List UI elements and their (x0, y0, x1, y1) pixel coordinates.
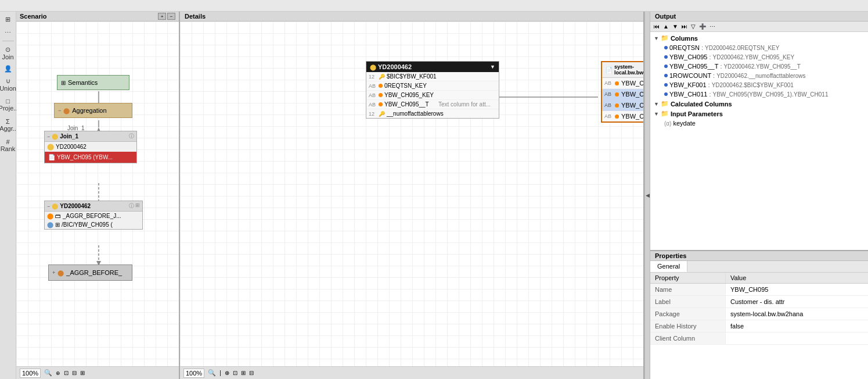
aggr-before-label: _AGGR_BEFORE_ (66, 269, 122, 276)
yd2-node-header: − ⬤ YD2000462 ⓘ ⊞ (45, 201, 142, 212)
fit-icon[interactable]: ⊡ (64, 370, 69, 376)
rank-sidebar-icon[interactable]: # Rank (2, 135, 15, 155)
scenario-expand-btn[interactable]: + (158, 13, 166, 20)
properties-content: Property Value Name YBW_CH095 Label Cust… (650, 273, 868, 379)
input-params-header[interactable]: ▼ 📁 Input Parameters (651, 109, 867, 119)
details-table-icon[interactable]: ⊟ (249, 370, 254, 376)
details-grid-icon[interactable]: ⊞ (241, 370, 246, 376)
right-row-1[interactable]: AB YBW_CH095 Customer - display a... (602, 89, 643, 100)
output-toolbar: ⏮ ▲ ▼ ⏭ ▽ ➕ ⋯ (650, 22, 868, 32)
next-icon[interactable]: ▼ (671, 23, 679, 30)
detail-row-3[interactable]: AB YBW_CH095__T Text column for att... (366, 100, 499, 109)
right-row1-ab: AB (604, 91, 613, 97)
person-sidebar-icon[interactable]: 👤 (2, 63, 15, 74)
dots-icon[interactable]: ⋯ (2, 26, 15, 39)
columns-folder-icon: 📁 (661, 34, 669, 42)
detail-row-0[interactable]: 12 🔑 $BIC$YBW_KF001 (366, 72, 499, 81)
right-row0-name: YBW_CH011 (621, 80, 643, 87)
aggr-before-plus: + (52, 270, 55, 276)
detail-node-right[interactable]: 📄 system-local.bw.bw2hana::YBW_CH095[YBW… (601, 61, 643, 123)
details-zoom-level: 100% (183, 369, 204, 378)
yd2-item2[interactable]: ⬤ ⊞ /BIC/YBW_CH095 ( (45, 220, 142, 229)
detail-left-dropdown[interactable]: ▼ (490, 64, 495, 70)
col2-name: YBW_CH095__T (669, 63, 718, 70)
add-output-icon[interactable]: ➕ (698, 23, 707, 30)
right-row-3[interactable]: AB YBW_CH095__TXTSH Short text for attri… (602, 111, 643, 121)
scenario-header: Scenario + − (16, 12, 179, 22)
join1-node-header: − ⬤ Join_1 ⓘ (45, 131, 136, 142)
col-item-4[interactable]: YBW_KF001 : YD2000462.$BIC$YBW_KF001 (651, 80, 867, 90)
columns-header[interactable]: ▼ 📁 Columns (651, 33, 867, 43)
last-icon[interactable]: ⏭ (680, 23, 689, 30)
aggr-before-node[interactable]: + ⬤ _AGGR_BEFORE_ (48, 264, 132, 281)
columns-group: ▼ 📁 Columns 0REQTSN : YD2000462.0REQTSN_… (651, 33, 867, 99)
detail-row-1[interactable]: AB 0REQTSN_KEY (366, 81, 499, 91)
col0-colon: : (701, 44, 703, 51)
grid-icon[interactable]: ⊞ (2, 13, 15, 26)
col3-field-icon (664, 74, 668, 77)
aggr-node-icon: ⬤ (63, 108, 70, 114)
col2-field-icon (664, 65, 668, 68)
rank-label: Rank (1, 145, 16, 152)
output-properties-panel: Output ⏮ ▲ ▼ ⏭ ▽ ➕ ⋯ ▼ (650, 12, 868, 379)
details-zoom-reset[interactable]: | (219, 370, 221, 376)
semantics-icon: ⊞ (61, 80, 66, 86)
grid-view-icon[interactable]: ⊞ (80, 370, 85, 376)
row1-num: AB (369, 83, 377, 89)
detail-row-4[interactable]: 12 🔑 __numoffacttablerows (366, 109, 499, 118)
detail-row-2[interactable]: AB YBW_CH095_KEY (366, 91, 499, 100)
proj-sidebar-icon[interactable]: □ Proje.. (2, 95, 15, 115)
details-header: Details (180, 12, 643, 22)
aggr-icon-symbol: Σ (6, 118, 10, 125)
details-fit-icon[interactable]: ⊕ (225, 370, 229, 376)
yd2-item1[interactable]: ⬤ 🗃 _AGGR_BEFORE_J... (45, 212, 142, 220)
union-sidebar-icon[interactable]: ∪ Union (2, 74, 15, 94)
scenario-bottom-bar: 100% 🔍 ⊕ ⊡ ⊟ ⊞ (16, 366, 179, 379)
col-item-2[interactable]: YBW_CH095__T : YD2000462.YBW_CH095__T (651, 62, 867, 71)
filter-icon[interactable]: ▽ (690, 23, 697, 30)
col0-field-icon (664, 46, 668, 49)
join1-item-ybw[interactable]: 📄 YBW_CH095 (YBW... (45, 152, 136, 163)
yd2-icon: ⬤ (47, 143, 54, 151)
col-item-3[interactable]: 1ROWCOUNT : YD2000462.__numoffacttablero… (651, 71, 867, 80)
col4-name: YBW_KF001 (669, 81, 707, 88)
calc-folder-icon: 📁 (661, 100, 669, 108)
prop-col-header: Property (650, 273, 726, 283)
first-icon[interactable]: ⏮ (653, 23, 661, 30)
calc-columns-header[interactable]: ▼ 📁 Calculated Columns (651, 99, 867, 109)
aggr-sidebar-icon[interactable]: Σ Aggr.. (2, 115, 15, 135)
properties-panel: Properties General Property (650, 251, 868, 379)
col-item-0[interactable]: 0REQTSN : YD2000462.0REQTSN_KEY (651, 43, 867, 52)
prop-row-2: Package system-local.bw.bw2hana (650, 308, 868, 320)
yd2000462-node[interactable]: − ⬤ YD2000462 ⓘ ⊞ ⬤ 🗃 _AGGR_BEFORE_J... (44, 201, 143, 230)
proj-icon-symbol: □ (6, 98, 10, 105)
right-row1-dot (615, 92, 619, 96)
scenario-collapse-btn[interactable]: − (167, 13, 175, 20)
details-expand-icon[interactable]: ⊡ (233, 370, 237, 376)
join1-node[interactable]: − ⬤ Join_1 ⓘ ⬤ YD2000462 📄 YBW_C (44, 131, 137, 163)
yd2-grid-icon: ⊞ (135, 202, 140, 210)
input-param-0[interactable]: (α) keydate (651, 119, 867, 128)
yd2-item2-icon2: ⊞ (55, 221, 60, 228)
col-item-1[interactable]: YBW_CH095 : YD2000462.YBW_CH095_KEY (651, 52, 867, 62)
panel-collapse-bar[interactable]: ◀ (644, 12, 650, 379)
col1-name: YBW_CH095 (669, 53, 707, 60)
join-sidebar-icon[interactable]: ⊙ Join (2, 43, 15, 63)
zoom-out-icon[interactable]: 🔍 (44, 369, 52, 377)
zoom-in-icon[interactable]: ⊕ (56, 370, 60, 376)
detail-node-left[interactable]: ⬤ YD2000462 ▼ 12 🔑 $BIC$YBW_KF001 AB (366, 61, 499, 119)
col1-colon: : (709, 53, 711, 60)
right-row-0[interactable]: AB YBW_CH011 Customer name (602, 78, 643, 89)
prev-icon[interactable]: ▲ (662, 23, 670, 30)
scenario-header-buttons: + − (158, 13, 175, 20)
details-zoom-out-icon[interactable]: 🔍 (208, 369, 216, 377)
col-item-5[interactable]: YBW_CH011 : YBW_CH095(YBW_CH095_1).YBW_C… (651, 90, 867, 99)
semantics-node[interactable]: ⊞ Semantics (57, 75, 129, 90)
join1-item-yd2[interactable]: ⬤ YD2000462 (45, 142, 136, 152)
expand-all-icon[interactable]: ⊟ (72, 370, 77, 376)
aggregation-node[interactable]: − ⬤ Aggregation (54, 103, 132, 118)
properties-tabs: General (650, 261, 868, 273)
tab-general[interactable]: General (650, 261, 687, 272)
right-row-2[interactable]: AB YBW_CH095__T Text column for attri... (602, 100, 643, 111)
more-output-icon[interactable]: ⋯ (708, 23, 716, 30)
